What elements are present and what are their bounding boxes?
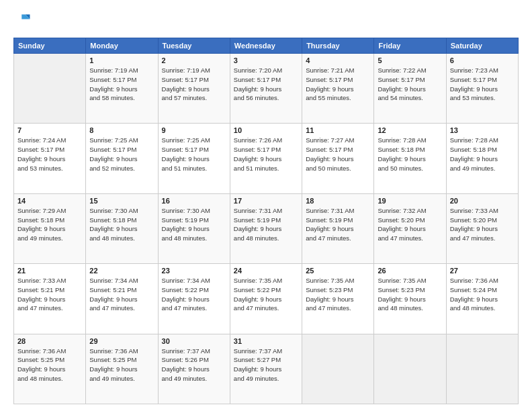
day-number: 29 <box>89 337 154 345</box>
day-cell: 2Sunrise: 7:19 AM Sunset: 5:17 PM Daylig… <box>158 54 230 124</box>
day-info: Sunrise: 7:22 AM Sunset: 5:17 PM Dayligh… <box>378 66 442 103</box>
day-cell: 15Sunrise: 7:30 AM Sunset: 5:18 PM Dayli… <box>86 193 158 263</box>
day-cell: 11Sunrise: 7:27 AM Sunset: 5:17 PM Dayli… <box>302 124 374 193</box>
day-info: Sunrise: 7:33 AM Sunset: 5:20 PM Dayligh… <box>450 206 515 243</box>
day-info: Sunrise: 7:23 AM Sunset: 5:17 PM Dayligh… <box>450 66 515 103</box>
day-info: Sunrise: 7:37 AM Sunset: 5:27 PM Dayligh… <box>234 347 298 383</box>
day-number: 13 <box>450 126 515 134</box>
day-cell: 7Sunrise: 7:24 AM Sunset: 5:17 PM Daylig… <box>14 124 86 193</box>
day-number: 30 <box>162 337 226 345</box>
day-info: Sunrise: 7:36 AM Sunset: 5:25 PM Dayligh… <box>17 347 82 383</box>
day-info: Sunrise: 7:36 AM Sunset: 5:25 PM Dayligh… <box>89 347 154 383</box>
day-cell: 17Sunrise: 7:31 AM Sunset: 5:19 PM Dayli… <box>230 193 302 263</box>
day-cell: 8Sunrise: 7:25 AM Sunset: 5:17 PM Daylig… <box>86 124 158 193</box>
day-number: 9 <box>162 126 226 134</box>
day-info: Sunrise: 7:25 AM Sunset: 5:17 PM Dayligh… <box>89 136 154 173</box>
day-info: Sunrise: 7:36 AM Sunset: 5:24 PM Dayligh… <box>450 276 515 313</box>
day-cell: 6Sunrise: 7:23 AM Sunset: 5:17 PM Daylig… <box>446 54 518 124</box>
week-row-2: 7Sunrise: 7:24 AM Sunset: 5:17 PM Daylig… <box>14 124 519 193</box>
day-info: Sunrise: 7:21 AM Sunset: 5:17 PM Dayligh… <box>306 66 370 103</box>
weekday-friday: Friday <box>374 38 446 54</box>
day-number: 5 <box>378 56 442 64</box>
day-number: 12 <box>378 126 442 134</box>
day-number: 11 <box>306 126 370 134</box>
day-number: 28 <box>17 337 82 345</box>
day-number: 31 <box>234 337 298 345</box>
week-row-3: 14Sunrise: 7:29 AM Sunset: 5:18 PM Dayli… <box>14 193 519 263</box>
day-number: 24 <box>234 267 298 275</box>
day-number: 7 <box>17 126 82 134</box>
day-number: 26 <box>378 267 442 275</box>
day-number: 8 <box>89 126 154 134</box>
weekday-tuesday: Tuesday <box>158 38 230 54</box>
day-cell: 27Sunrise: 7:36 AM Sunset: 5:24 PM Dayli… <box>446 264 518 334</box>
day-cell: 16Sunrise: 7:30 AM Sunset: 5:19 PM Dayli… <box>158 193 230 263</box>
day-info: Sunrise: 7:34 AM Sunset: 5:21 PM Dayligh… <box>89 276 154 313</box>
day-number: 10 <box>234 126 298 134</box>
day-cell: 25Sunrise: 7:35 AM Sunset: 5:23 PM Dayli… <box>302 264 374 334</box>
day-cell: 12Sunrise: 7:28 AM Sunset: 5:18 PM Dayli… <box>374 124 446 193</box>
day-cell: 20Sunrise: 7:33 AM Sunset: 5:20 PM Dayli… <box>446 193 518 263</box>
day-number: 17 <box>234 197 298 205</box>
day-cell: 3Sunrise: 7:20 AM Sunset: 5:17 PM Daylig… <box>230 54 302 124</box>
day-info: Sunrise: 7:35 AM Sunset: 5:23 PM Dayligh… <box>378 276 442 313</box>
day-number: 4 <box>306 56 370 64</box>
day-number: 3 <box>234 56 298 64</box>
weekday-saturday: Saturday <box>446 38 518 54</box>
day-cell <box>302 334 374 404</box>
day-number: 18 <box>306 197 370 205</box>
week-row-1: 1Sunrise: 7:19 AM Sunset: 5:17 PM Daylig… <box>14 54 519 124</box>
week-row-4: 21Sunrise: 7:33 AM Sunset: 5:21 PM Dayli… <box>14 264 519 334</box>
week-row-5: 28Sunrise: 7:36 AM Sunset: 5:25 PM Dayli… <box>14 334 519 404</box>
day-cell: 5Sunrise: 7:22 AM Sunset: 5:17 PM Daylig… <box>374 54 446 124</box>
header <box>13 12 519 31</box>
day-info: Sunrise: 7:37 AM Sunset: 5:26 PM Dayligh… <box>162 347 226 383</box>
day-cell: 1Sunrise: 7:19 AM Sunset: 5:17 PM Daylig… <box>86 54 158 124</box>
day-info: Sunrise: 7:29 AM Sunset: 5:18 PM Dayligh… <box>17 206 82 243</box>
day-info: Sunrise: 7:28 AM Sunset: 5:18 PM Dayligh… <box>450 136 515 173</box>
weekday-monday: Monday <box>86 38 158 54</box>
day-info: Sunrise: 7:19 AM Sunset: 5:17 PM Dayligh… <box>162 66 226 103</box>
day-info: Sunrise: 7:27 AM Sunset: 5:17 PM Dayligh… <box>306 136 370 173</box>
weekday-header-row: SundayMondayTuesdayWednesdayThursdayFrid… <box>14 38 519 54</box>
day-cell: 13Sunrise: 7:28 AM Sunset: 5:18 PM Dayli… <box>446 124 518 193</box>
day-info: Sunrise: 7:20 AM Sunset: 5:17 PM Dayligh… <box>234 66 298 103</box>
page: SundayMondayTuesdayWednesdayThursdayFrid… <box>0 0 532 411</box>
day-cell: 29Sunrise: 7:36 AM Sunset: 5:25 PM Dayli… <box>86 334 158 404</box>
day-cell: 18Sunrise: 7:31 AM Sunset: 5:19 PM Dayli… <box>302 193 374 263</box>
weekday-sunday: Sunday <box>14 38 86 54</box>
day-cell: 24Sunrise: 7:35 AM Sunset: 5:22 PM Dayli… <box>230 264 302 334</box>
day-cell: 31Sunrise: 7:37 AM Sunset: 5:27 PM Dayli… <box>230 334 302 404</box>
logo <box>13 12 35 31</box>
day-info: Sunrise: 7:30 AM Sunset: 5:19 PM Dayligh… <box>162 206 226 243</box>
day-cell: 22Sunrise: 7:34 AM Sunset: 5:21 PM Dayli… <box>86 264 158 334</box>
day-number: 19 <box>378 197 442 205</box>
day-number: 6 <box>450 56 515 64</box>
day-info: Sunrise: 7:32 AM Sunset: 5:20 PM Dayligh… <box>378 206 442 243</box>
day-info: Sunrise: 7:34 AM Sunset: 5:22 PM Dayligh… <box>162 276 226 313</box>
day-info: Sunrise: 7:28 AM Sunset: 5:18 PM Dayligh… <box>378 136 442 173</box>
day-info: Sunrise: 7:35 AM Sunset: 5:23 PM Dayligh… <box>306 276 370 313</box>
day-cell <box>14 54 86 124</box>
day-info: Sunrise: 7:24 AM Sunset: 5:17 PM Dayligh… <box>17 136 82 173</box>
day-cell: 4Sunrise: 7:21 AM Sunset: 5:17 PM Daylig… <box>302 54 374 124</box>
day-cell <box>374 334 446 404</box>
day-number: 1 <box>89 56 154 64</box>
day-info: Sunrise: 7:30 AM Sunset: 5:18 PM Dayligh… <box>89 206 154 243</box>
day-cell: 30Sunrise: 7:37 AM Sunset: 5:26 PM Dayli… <box>158 334 230 404</box>
day-info: Sunrise: 7:31 AM Sunset: 5:19 PM Dayligh… <box>306 206 370 243</box>
day-info: Sunrise: 7:35 AM Sunset: 5:22 PM Dayligh… <box>234 276 298 313</box>
day-number: 15 <box>89 197 154 205</box>
day-cell: 14Sunrise: 7:29 AM Sunset: 5:18 PM Dayli… <box>14 193 86 263</box>
day-info: Sunrise: 7:25 AM Sunset: 5:17 PM Dayligh… <box>162 136 226 173</box>
logo-icon <box>13 12 32 31</box>
day-cell <box>446 334 518 404</box>
day-cell: 23Sunrise: 7:34 AM Sunset: 5:22 PM Dayli… <box>158 264 230 334</box>
day-number: 20 <box>450 197 515 205</box>
weekday-wednesday: Wednesday <box>230 38 302 54</box>
day-number: 22 <box>89 267 154 275</box>
day-cell: 19Sunrise: 7:32 AM Sunset: 5:20 PM Dayli… <box>374 193 446 263</box>
calendar-table: SundayMondayTuesdayWednesdayThursdayFrid… <box>13 38 519 404</box>
day-number: 23 <box>162 267 226 275</box>
day-info: Sunrise: 7:33 AM Sunset: 5:21 PM Dayligh… <box>17 276 82 313</box>
